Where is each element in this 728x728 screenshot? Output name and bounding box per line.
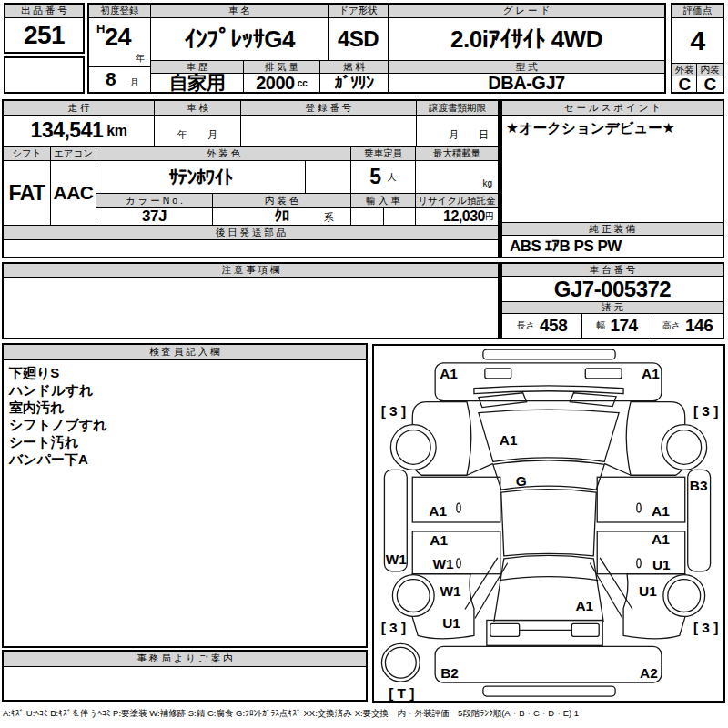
first-reg-year-unit: 年 [136, 52, 145, 65]
color-no-label: カ ラ ー N o . [96, 194, 213, 208]
recycle-value: 12,030 [443, 208, 485, 225]
import-car-label: 輸 入 車 [351, 194, 416, 208]
lot-number-value: 251 [5, 18, 83, 52]
aircon-value: AAC [51, 161, 96, 226]
score-value: 4 [672, 18, 723, 64]
damage-mark: A1 [440, 366, 458, 381]
caution-value [4, 278, 498, 338]
model-code-label: 型 式 [389, 61, 664, 74]
damage-mark: A1 [430, 532, 448, 548]
displacement-value: 2000 [256, 74, 295, 92]
damage-mark: U1 [652, 557, 671, 572]
exterior-grade-label: 外装 [672, 64, 697, 76]
inspector-note-line: シート汚れ [9, 433, 362, 450]
ext-color-extra-cell [306, 161, 351, 194]
sales-point-box: セ ー ル ス ポ イ ン ト ★オークションデビュー★ 純 正 装 備 ABS… [500, 99, 724, 258]
spec-length-value: 458 [540, 316, 567, 336]
shift-label: シフト [4, 147, 51, 161]
chassis-label: 車 台 番 号 [502, 264, 723, 277]
int-color-value: ｸﾛ [275, 208, 289, 226]
inspector-box: 検 査 員 記 入 欄 下廻りSハンドルすれ室内汚れシフトノブすれシート汚れバン… [2, 343, 368, 648]
lot-empty-box [4, 56, 85, 94]
office-box: 事 務 局 よ り ご 案 内 [2, 650, 368, 702]
spec-width-value: 174 [610, 316, 637, 336]
max-load-cell: kg [416, 161, 498, 194]
inspector-note-line: 室内汚れ [9, 399, 362, 416]
damage-mark: G [516, 473, 527, 489]
inspector-label: 検 査 員 記 入 欄 [4, 345, 366, 360]
spec-length-label: 長さ [517, 319, 535, 332]
exterior-grade-value: C [672, 76, 697, 92]
mileage-value: 134,541 [31, 118, 104, 143]
damage-mark: U1 [639, 583, 657, 599]
capacity-label: 乗車定員 [351, 147, 416, 161]
caution-label: 注 意 事 項 欄 [4, 264, 498, 278]
specs-label: 諸 元 [502, 302, 723, 314]
fuel-value: ｶﾞｿﾘﾝ [320, 74, 389, 92]
shaken-value: 年 月 [155, 116, 241, 147]
damage-mark: [ T ] [389, 685, 414, 701]
first-reg-month-cell: 8 月 [89, 67, 151, 92]
first-reg-month-unit: 月 [130, 76, 139, 89]
spec-height-cell: 高さ 146 [652, 314, 723, 338]
auction-sheet: 出 品 番 号 251 初度登録 車 名 ドア形状 グ レ ー ド H 24 年… [0, 0, 728, 728]
equipment-value: ABS ｴｱB PS PW [502, 236, 723, 257]
first-reg-label: 初度登録 [89, 5, 151, 18]
sales-point-value: ★オークションデビュー★ [506, 119, 721, 138]
shift-value: FAT [4, 161, 51, 226]
fuel-label: 燃 料 [320, 61, 389, 74]
damage-diagram-box: A1A1[ 3 ][ 3 ]A1GB3A1A1A1A1W1W1U1W1U1A1U… [372, 344, 725, 703]
damage-mark: [ 3 ] [693, 620, 718, 635]
recycle-unit: 円 [485, 210, 494, 223]
grade-label: グ レ ー ド [389, 5, 664, 18]
later-parts-value [4, 240, 498, 257]
grade-value: 2.0iｱｲｻｲﾄ 4WD [389, 18, 664, 61]
transfer-deadline-value: 月 日 [417, 116, 498, 147]
mileage-unit: km [106, 123, 126, 139]
door-shape-label: ドア形状 [329, 5, 389, 18]
damage-mark: B2 [440, 665, 459, 681]
history-value: 自家用 [151, 74, 244, 92]
damage-mark: W1 [433, 556, 455, 571]
damage-mark: W1 [386, 551, 408, 567]
damage-mark: A2 [640, 665, 658, 681]
ext-color-value: ｻﾃﾝﾎﾜｲﾄ [96, 161, 306, 194]
capacity-unit: 人 [388, 171, 397, 184]
score-label: 評価点 [672, 5, 723, 18]
ext-color-label: 外 装 色 [96, 147, 351, 161]
car-name-value: ｲﾝﾌﾟﾚｯｻG4 [151, 18, 329, 61]
mileage-label: 走 行 [4, 101, 155, 116]
reg-no-label: 登 録 番 号 [241, 101, 417, 116]
inspector-notes: 下廻りSハンドルすれ室内汚れシフトノブすれシート汚れバンパー下A [9, 364, 362, 468]
inspector-note-line: バンパー下A [9, 450, 362, 468]
damage-mark: W1 [440, 583, 461, 599]
color-no-value: 37J [96, 208, 213, 226]
damage-mark: U1 [442, 615, 460, 631]
interior-grade-value: C [697, 76, 723, 92]
chassis-value: GJ7-005372 [502, 277, 723, 302]
spec-length-cell: 長さ 458 [502, 314, 582, 338]
reg-no-value [241, 116, 417, 147]
model-code-value: DBA-GJ7 [389, 74, 664, 92]
lot-number-box: 出 品 番 号 251 [4, 3, 85, 54]
aircon-label: エアコン [51, 147, 96, 161]
caution-box: 注 意 事 項 欄 [2, 262, 500, 339]
damage-mark: A1 [500, 432, 518, 448]
legend-text: A:ｷｽﾞ U:ﾍｺﾐ B:ｷｽﾞを伴うﾍｺﾐ P:要塗装 W:補修跡 S:錆 … [3, 708, 725, 720]
int-color-suffix: 系 [324, 211, 334, 225]
recycle-cell: 12,030 円 [416, 208, 498, 226]
interior-grade-label: 内装 [697, 64, 723, 76]
damage-mark: B3 [690, 478, 708, 493]
int-color-cell: ｸﾛ 系 [213, 208, 351, 226]
displacement-unit: cc [298, 78, 308, 88]
door-shape-value: 4SD [329, 18, 389, 61]
equipment-label: 純 正 装 備 [502, 222, 723, 236]
inspector-note-line: ハンドルすれ [9, 381, 362, 399]
capacity-value: 5 [369, 165, 380, 189]
sales-point-label: セ ー ル ス ポ イ ン ト [502, 101, 723, 116]
spec-width-label: 幅 [596, 319, 605, 332]
condition-box: 走 行 車 検 登 録 番 号 譲渡書類期限 134,541 km 年 月 月 … [2, 99, 500, 258]
damage-mark: A1 [642, 366, 660, 381]
history-label: 車 歴 [151, 61, 244, 74]
mileage-cell: 134,541 km [4, 116, 155, 147]
